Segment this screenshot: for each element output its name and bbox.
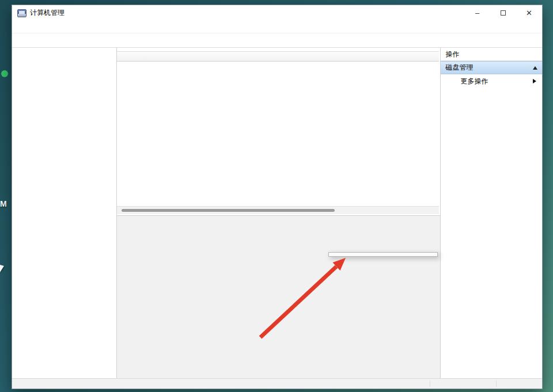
- scrollbar-thumb[interactable]: [122, 209, 335, 212]
- collapse-icon[interactable]: [533, 66, 537, 70]
- status-divider: [430, 380, 430, 387]
- window-title: 计算机管理: [30, 8, 65, 18]
- app-icon: [17, 9, 26, 17]
- close-button[interactable]: ✕: [516, 5, 542, 21]
- status-divider: [496, 380, 497, 387]
- status-bar: [12, 378, 542, 389]
- toolbar: [12, 33, 542, 48]
- computer-management-window: 计算机管理 – ✕ 操作 磁盘管理: [12, 5, 543, 389]
- actions-title: 操作: [441, 48, 542, 61]
- console-tree: [12, 48, 117, 379]
- more-actions-label: 更多操作: [460, 77, 488, 86]
- minimize-button[interactable]: –: [464, 5, 490, 21]
- maximize-button[interactable]: [490, 5, 516, 21]
- actions-pane: 操作 磁盘管理 更多操作: [440, 48, 542, 379]
- graphical-view: [117, 216, 441, 379]
- submenu-arrow-icon: [533, 79, 536, 83]
- desktop-label-fragment: M: [0, 199, 7, 208]
- disk-management-view: [117, 48, 441, 379]
- volume-list-header: [117, 51, 440, 62]
- actions-section-label: 磁盘管理: [445, 63, 473, 73]
- horizontal-scrollbar[interactable]: [117, 206, 440, 214]
- menu-bar: [12, 21, 542, 33]
- mouse-cursor: [0, 265, 4, 272]
- title-bar: 计算机管理 – ✕: [12, 5, 542, 21]
- partition-context-menu: [328, 252, 438, 257]
- more-actions-item[interactable]: 更多操作: [441, 74, 542, 88]
- maximize-icon: [501, 10, 506, 16]
- actions-section-disk-management[interactable]: 磁盘管理: [441, 61, 542, 74]
- desktop-icon-fragment: [1, 70, 8, 77]
- volume-list: [117, 48, 441, 216]
